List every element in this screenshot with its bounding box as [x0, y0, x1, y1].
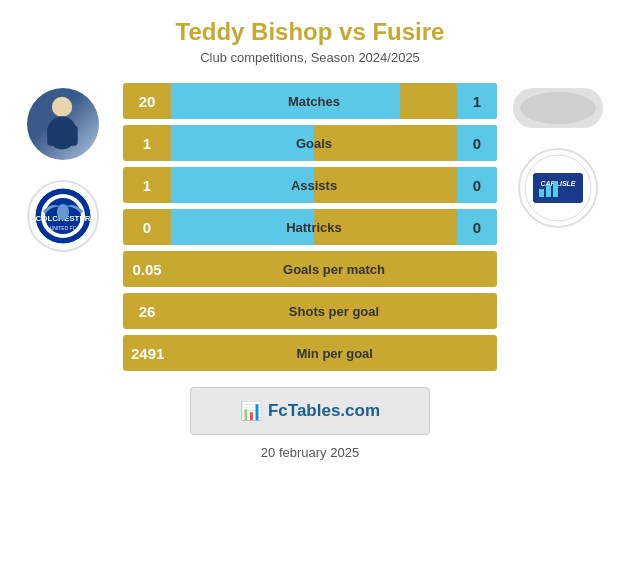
svg-rect-2: [47, 125, 56, 145]
fctables-banner: 📊 FcTables.com: [190, 387, 430, 435]
fctables-label: FcTables.com: [268, 401, 380, 421]
stat-label-6: Min per goal: [172, 346, 497, 361]
svg-rect-14: [539, 189, 544, 197]
svg-point-8: [57, 204, 69, 220]
stat-row-0: 20 Matches 1: [123, 83, 497, 119]
main-content: COLCHESTER UNITED FC 20 Matches 1 1: [0, 83, 620, 371]
stat-right-0: 1: [457, 83, 497, 119]
fctables-icon: 📊: [240, 400, 262, 422]
stat-label-3: Hattricks: [286, 220, 342, 235]
stat-row-4: 0.05 Goals per match: [123, 251, 497, 287]
opponent-avatar: [513, 88, 603, 128]
svg-text:UNITED FC: UNITED FC: [49, 225, 76, 231]
svg-rect-3: [69, 125, 78, 145]
stat-left-1: 1: [123, 135, 171, 152]
stat-label-4: Goals per match: [171, 262, 497, 277]
carlisle-logo: CARLISLE: [518, 148, 598, 228]
svg-point-0: [52, 97, 72, 117]
stat-bar-0: Matches: [171, 83, 457, 119]
stat-left-5: 26: [123, 303, 171, 320]
stat-row-5: 26 Shots per goal: [123, 293, 497, 329]
svg-text:CARLISLE: CARLISLE: [540, 180, 575, 187]
stat-row-6: 2491 Min per goal: [123, 335, 497, 371]
stat-left-0: 20: [123, 93, 171, 110]
page-container: Teddy Bishop vs Fusire Club competitions…: [0, 0, 620, 580]
stat-bar-6: Min per goal: [172, 335, 497, 371]
stat-right-2: 0: [457, 167, 497, 203]
stat-bar-2: Assists: [171, 167, 457, 203]
stat-bar-1: Goals: [171, 125, 457, 161]
stat-right-3: 0: [457, 209, 497, 245]
svg-point-10: [520, 92, 596, 124]
stat-right-1: 0: [457, 125, 497, 161]
svg-rect-16: [553, 181, 558, 197]
stat-bar-5: Shots per goal: [171, 293, 497, 329]
club-badge: COLCHESTER UNITED FC: [27, 180, 99, 252]
stat-row-1: 1 Goals 0: [123, 125, 497, 161]
stat-bar-3: Hattricks: [171, 209, 457, 245]
stat-row-3: 0 Hattricks 0: [123, 209, 497, 245]
stat-label-0: Matches: [288, 94, 340, 109]
stat-bar-4: Goals per match: [171, 251, 497, 287]
footer-date: 20 february 2025: [261, 445, 359, 460]
stat-left-2: 1: [123, 177, 171, 194]
stat-label-2: Assists: [291, 178, 337, 193]
player-avatar: [27, 88, 99, 160]
stat-label-1: Goals: [296, 136, 332, 151]
stat-left-3: 0: [123, 219, 171, 236]
svg-rect-15: [546, 185, 551, 197]
stat-left-4: 0.05: [123, 261, 171, 278]
stats-section: 20 Matches 1 1 Goals 0 1 Assists: [123, 83, 497, 371]
stat-row-2: 1 Assists 0: [123, 167, 497, 203]
stat-label-5: Shots per goal: [171, 304, 497, 319]
right-logo-area: CARLISLE: [505, 88, 610, 228]
left-avatars: COLCHESTER UNITED FC: [10, 88, 115, 252]
stat-left-6: 2491: [123, 345, 172, 362]
page-title: Teddy Bishop vs Fusire: [176, 18, 445, 46]
page-subtitle: Club competitions, Season 2024/2025: [200, 50, 420, 65]
